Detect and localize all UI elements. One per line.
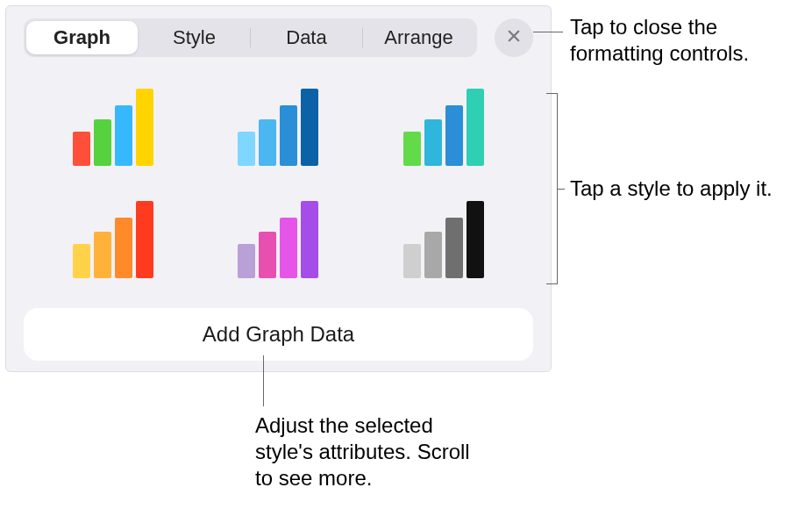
chart-style-swatch[interactable] — [48, 201, 178, 278]
swatch-bar — [445, 218, 463, 278]
callout-leader — [533, 32, 563, 32]
chart-style-swatch[interactable] — [379, 201, 509, 278]
swatch-bar — [94, 119, 111, 166]
swatch-bar — [403, 132, 421, 166]
chart-style-swatch[interactable] — [213, 89, 343, 166]
swatch-bar — [115, 218, 132, 278]
swatch-bar — [280, 105, 297, 166]
tab-bar: Graph Style Data Arrange — [24, 18, 477, 57]
chart-style-swatch[interactable] — [379, 89, 509, 166]
swatch-bar — [424, 119, 442, 166]
swatch-bar — [259, 119, 276, 166]
tab-label: Arrange — [384, 26, 452, 49]
callout-close-text: Tap to close the formatting controls. — [570, 14, 807, 67]
tab-style[interactable]: Style — [139, 21, 250, 54]
tab-data[interactable]: Data — [251, 21, 362, 54]
tab-label: Style — [173, 26, 216, 49]
callout-leader — [558, 189, 565, 190]
swatch-bar — [259, 232, 276, 278]
swatch-bar — [73, 132, 90, 166]
tab-label: Data — [286, 26, 326, 49]
close-icon — [506, 28, 522, 47]
swatch-bar — [467, 201, 484, 278]
callout-leader — [263, 355, 264, 406]
format-panel: Graph Style Data Arrange — [5, 5, 552, 372]
swatch-bar — [301, 201, 318, 278]
tab-graph[interactable]: Graph — [26, 21, 138, 54]
callout-add-text: Adjust the selected style's attributes. … — [255, 412, 492, 491]
swatch-bar — [238, 132, 255, 166]
close-button[interactable] — [495, 18, 533, 57]
chart-style-swatch[interactable] — [213, 201, 343, 278]
tab-label: Graph — [53, 26, 110, 49]
swatch-bar — [445, 105, 463, 166]
chart-styles-grid — [24, 89, 533, 278]
tab-arrange[interactable]: Arrange — [363, 21, 474, 54]
swatch-bar — [238, 244, 255, 278]
swatch-bar — [136, 201, 153, 278]
swatch-bar — [467, 89, 484, 166]
swatch-bar — [301, 89, 318, 166]
swatch-bar — [403, 244, 421, 278]
add-graph-data-button[interactable]: Add Graph Data — [24, 308, 533, 361]
chart-style-swatch[interactable] — [48, 89, 178, 166]
swatch-bar — [115, 105, 132, 166]
swatch-bar — [136, 89, 153, 166]
button-label: Add Graph Data — [203, 322, 354, 347]
swatch-bar — [280, 218, 297, 278]
panel-topbar: Graph Style Data Arrange — [24, 18, 533, 57]
callout-styles-text: Tap a style to apply it. — [570, 176, 773, 202]
swatch-bar — [73, 244, 90, 278]
callout-bracket — [547, 93, 558, 284]
swatch-bar — [424, 232, 442, 278]
swatch-bar — [94, 232, 111, 278]
